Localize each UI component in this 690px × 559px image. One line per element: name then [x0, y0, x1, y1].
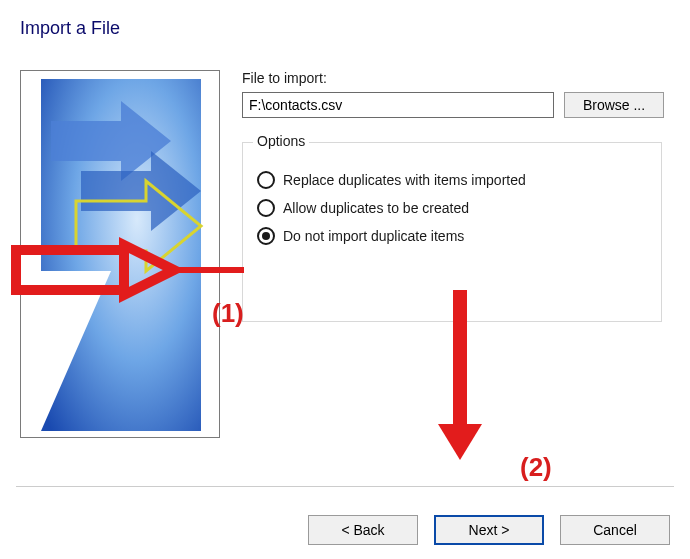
radio-icon: [257, 171, 275, 189]
radio-allow-duplicates[interactable]: Allow duplicates to be created: [257, 199, 647, 217]
dialog-title: Import a File: [20, 18, 120, 39]
annotation-marker-2: (2): [520, 452, 552, 483]
back-button[interactable]: < Back: [308, 515, 418, 545]
file-path-input[interactable]: [242, 92, 554, 118]
radio-replace-duplicates[interactable]: Replace duplicates with items imported: [257, 171, 647, 189]
radio-icon: [257, 227, 275, 245]
radio-label: Do not import duplicate items: [283, 228, 464, 244]
svg-marker-9: [438, 424, 482, 460]
radio-do-not-import-duplicates[interactable]: Do not import duplicate items: [257, 227, 647, 245]
wizard-image: [20, 70, 220, 438]
file-to-import-label: File to import:: [242, 70, 668, 86]
browse-button[interactable]: Browse ...: [564, 92, 664, 118]
options-group: Options Replace duplicates with items im…: [242, 142, 662, 322]
separator: [16, 486, 674, 487]
options-legend: Options: [253, 133, 309, 149]
radio-icon: [257, 199, 275, 217]
cancel-button[interactable]: Cancel: [560, 515, 670, 545]
next-button[interactable]: Next >: [434, 515, 544, 545]
radio-label: Replace duplicates with items imported: [283, 172, 526, 188]
radio-label: Allow duplicates to be created: [283, 200, 469, 216]
